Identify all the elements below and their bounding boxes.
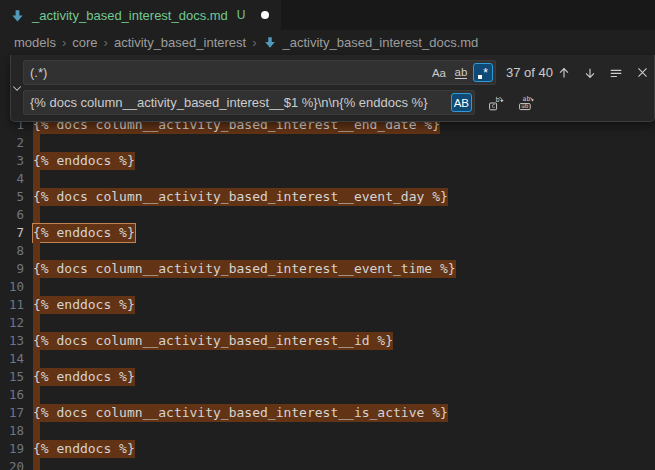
find-match-highlight: {% docs column__activity_based_interest_…	[33, 404, 448, 422]
replace-button[interactable]: b c	[485, 92, 507, 114]
line-content[interactable]	[33, 314, 40, 332]
editor-line[interactable]: 12	[0, 314, 655, 332]
find-match-highlight: {% enddocs %}	[33, 296, 135, 314]
line-number: 14	[0, 350, 24, 368]
find-match-highlight: {% docs column__activity_based_interest_…	[33, 332, 393, 350]
find-in-selection-button[interactable]	[605, 62, 627, 84]
editor-line[interactable]: 3 {% enddocs %}	[0, 152, 655, 170]
line-content[interactable]	[33, 278, 40, 296]
line-number: 4	[0, 170, 24, 188]
editor-line[interactable]: 6	[0, 206, 655, 224]
editor-line[interactable]: 15 {% enddocs %}	[0, 368, 655, 386]
close-find-button[interactable]	[631, 62, 653, 84]
breadcrumb-file-label: _activity_based_interest_docs.md	[283, 35, 479, 50]
line-content[interactable]: {% enddocs %}	[33, 224, 135, 242]
line-content[interactable]: {% docs column__activity_based_interest_…	[33, 404, 448, 422]
editor-line[interactable]: 13 {% docs column__activity_based_intere…	[0, 332, 655, 350]
line-content[interactable]	[33, 170, 40, 188]
line-number: 5	[0, 188, 24, 206]
regex-icon: *	[478, 67, 488, 79]
line-content[interactable]: {% docs column__activity_based_interest_…	[33, 332, 393, 350]
arrow-down-icon	[583, 66, 597, 80]
editor-line[interactable]: 7 {% enddocs %}	[0, 224, 655, 242]
replace-all-button[interactable]: ab ab	[515, 92, 537, 114]
svg-text:c: c	[492, 102, 496, 110]
find-match-highlight: {% docs column__activity_based_interest_…	[33, 260, 456, 278]
editor-line[interactable]: 18	[0, 422, 655, 440]
find-match-highlight-empty	[33, 422, 40, 440]
whole-word-toggle[interactable]: ab	[451, 63, 471, 82]
line-number: 13	[0, 332, 24, 350]
editor-line[interactable]: 14	[0, 350, 655, 368]
breadcrumb-item-file[interactable]: _activity_based_interest_docs.md	[263, 35, 479, 50]
line-content[interactable]: {% docs column__activity_based_interest_…	[33, 188, 448, 206]
chevron-right-icon: ›	[62, 35, 66, 50]
line-number: 10	[0, 278, 24, 296]
editor-line[interactable]: 9 {% docs column__activity_based_interes…	[0, 260, 655, 278]
find-match-highlight-empty	[33, 170, 40, 188]
line-content[interactable]: {% enddocs %}	[33, 296, 135, 314]
find-match-highlight-empty	[33, 206, 40, 224]
chevron-down-icon	[11, 82, 23, 94]
next-match-button[interactable]	[579, 62, 601, 84]
line-number: 16	[0, 386, 24, 404]
previous-match-button[interactable]	[553, 62, 575, 84]
line-number: 15	[0, 368, 24, 386]
line-content[interactable]	[33, 422, 40, 440]
find-input-box: Aa ab *	[23, 60, 496, 85]
editor-line[interactable]: 17 {% docs column__activity_based_intere…	[0, 404, 655, 422]
line-number: 11	[0, 296, 24, 314]
line-number: 8	[0, 242, 24, 260]
editor-line[interactable]: 2	[0, 134, 655, 152]
line-content[interactable]	[33, 458, 40, 470]
line-number: 2	[0, 134, 24, 152]
editor-line[interactable]: 19 {% enddocs %}	[0, 440, 655, 458]
line-content[interactable]: {% enddocs %}	[33, 440, 135, 458]
find-match-highlight-empty	[33, 386, 40, 404]
git-status-badge: U	[237, 8, 246, 22]
markdown-file-icon	[10, 8, 25, 23]
line-content[interactable]	[33, 242, 40, 260]
preserve-case-toggle[interactable]: AB	[451, 93, 472, 112]
find-match-highlight-empty	[33, 314, 40, 332]
line-number: 3	[0, 152, 24, 170]
find-match-highlight-empty	[33, 458, 40, 470]
find-input[interactable]	[24, 61, 427, 84]
line-content[interactable]: {% enddocs %}	[33, 152, 135, 170]
breadcrumb-item-models[interactable]: models	[14, 35, 56, 50]
regex-toggle[interactable]: *	[473, 63, 493, 82]
editor-line[interactable]: 11 {% enddocs %}	[0, 296, 655, 314]
editor-line[interactable]: 4	[0, 170, 655, 188]
breadcrumb-item-activity-based-interest[interactable]: activity_based_interest	[114, 35, 246, 50]
line-content[interactable]	[33, 350, 40, 368]
editor-line[interactable]: 5 {% docs column__activity_based_interes…	[0, 188, 655, 206]
line-number: 12	[0, 314, 24, 332]
replace-input[interactable]	[24, 91, 449, 114]
line-number: 20	[0, 458, 24, 470]
find-row: Aa ab * 37 of 40	[23, 60, 655, 85]
selection-icon	[609, 66, 623, 80]
line-number: 17	[0, 404, 24, 422]
replace-all-icon: ab ab	[518, 95, 534, 111]
markdown-file-icon	[263, 35, 278, 50]
toggle-replace-button[interactable]	[11, 60, 23, 115]
find-match-highlight-empty	[33, 350, 40, 368]
editor-tab[interactable]: _activity_based_interest_docs.md U	[0, 0, 281, 30]
editor-line[interactable]: 20	[0, 458, 655, 470]
match-case-toggle[interactable]: Aa	[429, 63, 449, 82]
modified-dot-icon[interactable]	[261, 11, 269, 19]
line-content[interactable]	[33, 134, 40, 152]
line-number: 18	[0, 422, 24, 440]
line-number: 6	[0, 206, 24, 224]
line-content[interactable]: {% docs column__activity_based_interest_…	[33, 260, 456, 278]
line-content[interactable]: {% enddocs %}	[33, 368, 135, 386]
line-content[interactable]	[33, 386, 40, 404]
editor-line[interactable]: 10	[0, 278, 655, 296]
line-content[interactable]	[33, 206, 40, 224]
tab-filename: _activity_based_interest_docs.md	[32, 8, 228, 23]
breadcrumb-item-core[interactable]: core	[72, 35, 97, 50]
find-match-highlight: {% enddocs %}	[33, 152, 135, 170]
replace-row: AB b c ab	[23, 90, 655, 115]
editor-line[interactable]: 16	[0, 386, 655, 404]
editor-line[interactable]: 8	[0, 242, 655, 260]
